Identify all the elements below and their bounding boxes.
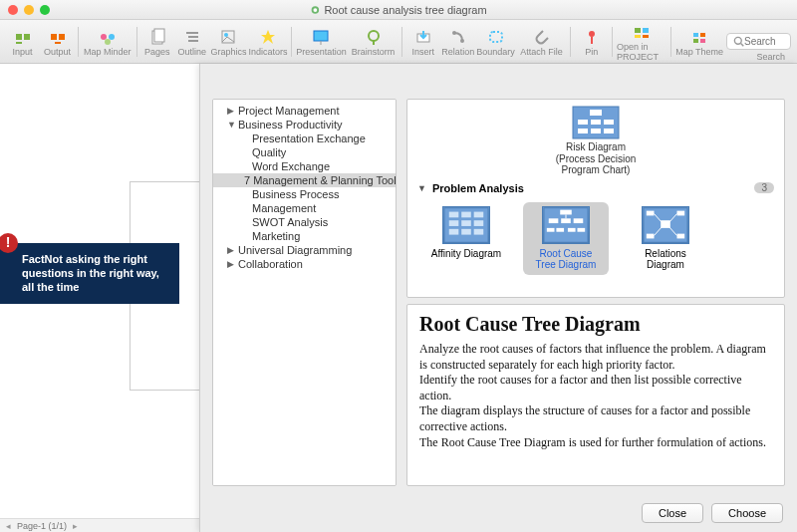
prev-page-button[interactable]: ◂	[6, 521, 11, 531]
svg-rect-4	[16, 42, 22, 44]
svg-rect-73	[677, 233, 685, 238]
svg-rect-71	[677, 210, 685, 215]
svg-rect-50	[461, 211, 471, 217]
svg-point-10	[105, 39, 111, 45]
toolbar-relation-button[interactable]: Relation	[441, 22, 474, 62]
toolbar-input-button[interactable]: Input	[6, 22, 39, 62]
disclosure-icon: ▶	[227, 259, 235, 269]
tree-item-management[interactable]: Management	[213, 201, 396, 215]
risk-diagram-icon	[572, 106, 620, 139]
svg-rect-49	[449, 211, 459, 217]
disclosure-icon: ▶	[227, 245, 235, 255]
search-icon	[733, 36, 744, 47]
outline-icon	[183, 28, 201, 46]
close-button[interactable]: Close	[642, 503, 703, 523]
toolbar-pin-button[interactable]: Pin	[575, 22, 608, 62]
template-thumb-icon	[643, 206, 688, 244]
svg-rect-66	[568, 227, 576, 231]
search-field[interactable]	[726, 33, 791, 50]
svg-rect-47	[604, 129, 614, 133]
indicators-icon	[259, 28, 277, 46]
toolbar-outline-button[interactable]: Outline	[175, 22, 208, 62]
search-label: Search	[756, 52, 785, 62]
maximize-window-button[interactable]	[40, 5, 50, 15]
disclosure-icon: ▶	[227, 106, 235, 116]
toolbar-boundary-button[interactable]: Boundary	[476, 22, 515, 62]
gallery-item-root-cause-tree-diagram[interactable]: Root CauseTree Diagram	[523, 202, 609, 275]
toolbar-presentation-button[interactable]: Presentation	[296, 22, 347, 62]
tree-item-business-process[interactable]: Business Process	[213, 187, 396, 201]
gallery-item-risk[interactable]: Risk Diagram(Process DecisionProgram Cha…	[417, 106, 774, 176]
canvas-area[interactable]: ! FactNot asking the right questions in …	[0, 64, 199, 518]
relation-icon	[449, 28, 467, 46]
tree-item-collaboration[interactable]: ▶Collaboration	[213, 257, 396, 271]
status-bar: ◂ Page-1 (1/1) ▸	[0, 518, 199, 532]
toolbar-pages-button[interactable]: Pages	[140, 22, 173, 62]
svg-rect-6	[59, 34, 65, 40]
description-title: Root Cause Tree Diagram	[419, 313, 772, 336]
svg-rect-45	[578, 129, 588, 133]
toolbar-indicators-button[interactable]: Indicators	[248, 22, 287, 62]
window-title: Root cause analysis tree diagram	[310, 4, 486, 16]
svg-rect-5	[51, 34, 57, 40]
svg-rect-41	[590, 110, 602, 116]
svg-rect-55	[449, 228, 459, 234]
svg-rect-12	[154, 29, 164, 42]
description-body: Analyze the root causes of factors that …	[419, 342, 772, 450]
tree-item-project-management[interactable]: ▶Project Management	[213, 104, 396, 118]
svg-rect-65	[556, 227, 564, 231]
brainstorm-icon	[365, 28, 383, 46]
tree-item-marketing[interactable]: Marketing	[213, 229, 396, 243]
section-count-badge: 3	[754, 182, 774, 193]
titlebar: Root cause analysis tree diagram	[0, 0, 797, 20]
svg-rect-72	[647, 233, 655, 238]
toolbar-graphics-button[interactable]: Graphics	[210, 22, 246, 62]
tree-item-swot-analysis[interactable]: SWOT Analysis	[213, 215, 396, 229]
toolbar-separator	[78, 27, 79, 57]
toolbar-openproject-button[interactable]: Open in PROJECT	[617, 22, 666, 62]
svg-marker-18	[261, 30, 275, 44]
toolbar-output-button[interactable]: Output	[41, 22, 74, 62]
graphics-icon	[219, 28, 237, 46]
toolbar-separator	[570, 27, 571, 57]
tree-item-presentation-exchange[interactable]: Presentation Exchange	[213, 132, 396, 145]
category-tree[interactable]: ▶Project Management▼Business Productivit…	[212, 99, 397, 486]
toolbar-mapminder-button[interactable]: Map Minder	[83, 22, 133, 62]
toolbar-separator	[401, 27, 402, 57]
minimize-window-button[interactable]	[24, 5, 34, 15]
svg-rect-43	[591, 120, 601, 125]
gallery-item-affinity-diagram[interactable]: Affinity Diagram	[423, 202, 509, 275]
toolbar-brainstorm-button[interactable]: Brainstorm	[349, 22, 398, 62]
dialog-footer: Close Choose	[200, 494, 797, 532]
tree-item-quality[interactable]: Quality	[213, 145, 396, 159]
svg-rect-37	[700, 39, 705, 43]
svg-rect-19	[314, 31, 328, 41]
tree-item-business-productivity[interactable]: ▼Business Productivity	[213, 118, 396, 132]
svg-rect-52	[449, 220, 459, 226]
gallery-item-relations-diagram[interactable]: Relations Diagram	[623, 202, 708, 275]
svg-point-8	[101, 34, 107, 40]
svg-rect-2	[16, 34, 22, 40]
pages-icon	[148, 28, 166, 46]
choose-button[interactable]: Choose	[711, 503, 783, 523]
mapminder-icon	[99, 28, 117, 46]
svg-rect-46	[591, 129, 601, 133]
tree-item-word-exchange[interactable]: Word Exchange	[213, 159, 396, 173]
svg-rect-31	[643, 28, 649, 33]
document-icon	[310, 5, 320, 15]
toolbar-insert-button[interactable]: Insert	[406, 22, 439, 62]
close-window-button[interactable]	[8, 5, 18, 15]
section-header-problem-analysis[interactable]: ▼ Problem Analysis 3	[417, 182, 774, 194]
toolbar-maptheme-button[interactable]: Map Theme	[674, 22, 724, 62]
next-page-button[interactable]: ▸	[73, 521, 78, 531]
toolbar-attachfile-button[interactable]: Attach File	[517, 22, 567, 62]
boundary-icon	[487, 28, 505, 46]
search-input[interactable]	[744, 36, 784, 47]
insert-icon	[414, 28, 432, 46]
output-icon	[49, 28, 67, 46]
tree-item-universal-diagramming[interactable]: ▶Universal Diagramming	[213, 243, 396, 257]
main-toolbar: InputOutputMap MinderPagesOutlineGraphic…	[0, 20, 797, 64]
tree-item-7-management-planning-tools[interactable]: 7 Management & Planning Tools	[213, 173, 396, 187]
svg-point-28	[589, 31, 595, 37]
mindmap-root-node[interactable]: ! FactNot asking the right questions in …	[0, 243, 179, 304]
